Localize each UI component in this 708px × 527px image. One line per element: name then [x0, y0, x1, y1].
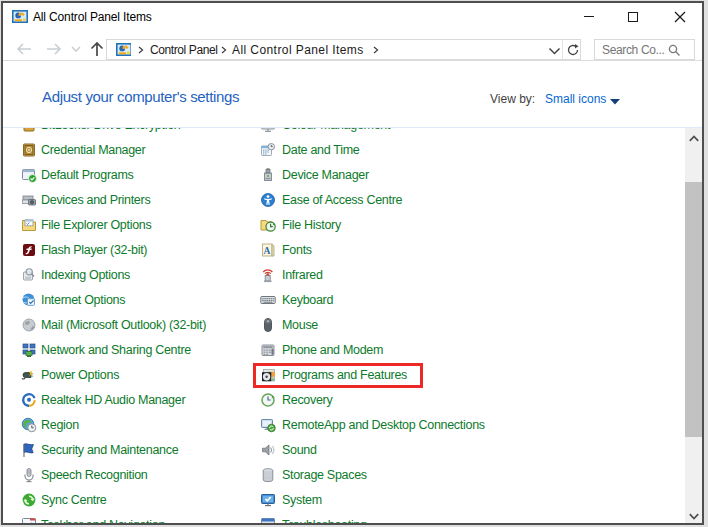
svg-text:A: A: [264, 245, 271, 255]
